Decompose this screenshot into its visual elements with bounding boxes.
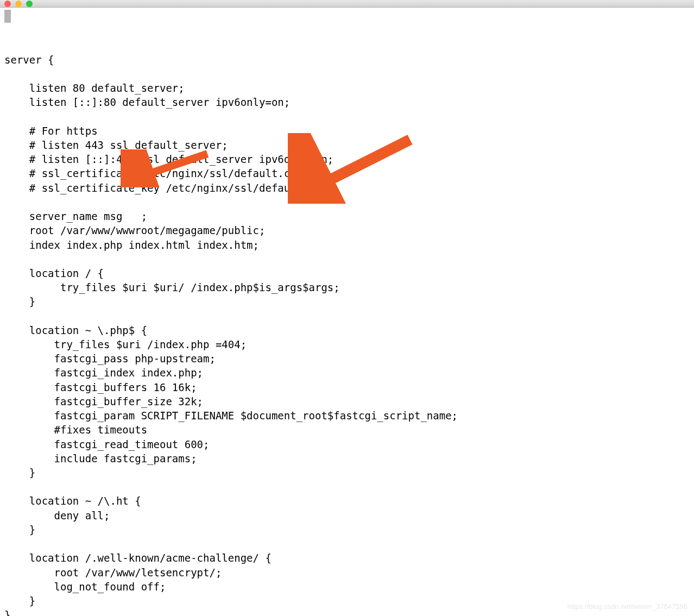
code-line: # For https xyxy=(4,125,98,137)
code-editor[interactable]: server { listen 80 default_server; liste… xyxy=(0,8,694,616)
svg-line-3 xyxy=(304,140,410,193)
code-line: try_files $uri /index.php =404; xyxy=(4,338,247,350)
code-line: fastcgi_param SCRIPT_FILENAME $document_… xyxy=(4,410,458,422)
code-line: root /var/www/letsencrypt/; xyxy=(4,567,222,579)
annotation-arrow-2 xyxy=(288,133,418,204)
code-line: server_name msg ; xyxy=(4,210,147,222)
watermark-text: https://blog.csdn.net/weixin_37647596 xyxy=(567,602,687,612)
code-line: fastcgi_buffer_size 32k; xyxy=(4,395,203,407)
code-line: fastcgi_pass php-upstream; xyxy=(4,353,216,364)
annotation-arrow-1 xyxy=(121,149,213,187)
code-line: server { xyxy=(4,54,54,66)
window-titlebar xyxy=(0,0,694,8)
code-line: listen 80 default_server; xyxy=(4,82,185,94)
code-line: } xyxy=(4,524,35,536)
code-line: #fixes timeouts xyxy=(4,424,147,436)
code-line: listen [::]:80 default_server ipv6only=o… xyxy=(4,96,290,108)
code-line: fastcgi_read_timeout 600; xyxy=(4,438,210,450)
code-line: } xyxy=(4,296,35,307)
cursor-highlight xyxy=(4,10,11,23)
code-line: } xyxy=(4,595,35,607)
code-line: location /.well-known/acme-challenge/ { xyxy=(4,552,272,564)
code-line: deny all; xyxy=(4,510,110,521)
minimize-window-button[interactable] xyxy=(15,1,22,7)
code-line: } xyxy=(4,467,35,479)
code-line: fastcgi_index index.php; xyxy=(4,367,203,379)
code-line: try_files $uri $uri/ /index.php$is_args$… xyxy=(4,281,340,293)
code-line: include fastcgi_params; xyxy=(4,452,197,464)
code-line: root /var/www/wwwroot/megagame/public; xyxy=(4,224,265,236)
code-line: location / { xyxy=(4,267,104,279)
code-line: } xyxy=(4,609,10,616)
code-line: location ~ \.php$ { xyxy=(4,324,147,336)
code-line: log_not_found off; xyxy=(4,581,166,593)
code-line: index index.php index.html index.htm; xyxy=(4,239,259,251)
svg-line-1 xyxy=(133,154,207,179)
code-line: location ~ /\.ht { xyxy=(4,495,141,507)
code-line: fastcgi_buffers 16 16k; xyxy=(4,381,197,393)
maximize-window-button[interactable] xyxy=(26,1,33,7)
close-window-button[interactable] xyxy=(4,1,11,7)
